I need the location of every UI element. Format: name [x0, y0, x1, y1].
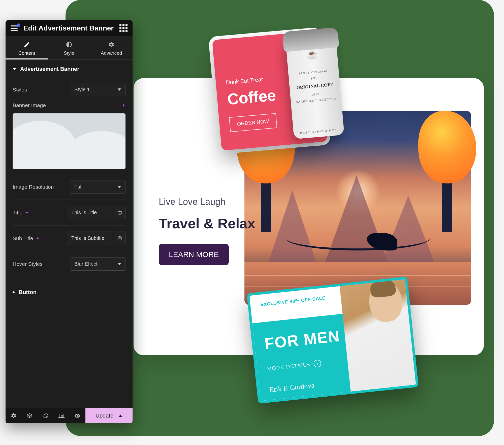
- cup-tagline2: CAREFULLY SELECTED: [296, 97, 336, 104]
- styles-value: Style 1: [74, 87, 90, 92]
- gear-icon: [108, 41, 115, 48]
- title-label: Title ✦: [13, 210, 29, 216]
- tab-advanced-label: Advanced: [101, 50, 122, 56]
- cup-footer: BEST SERVED HOT: [294, 128, 344, 135]
- learn-more-button[interactable]: LEARN MORE: [159, 244, 229, 265]
- contrast-icon: [66, 41, 72, 48]
- cup-est: EST: [310, 76, 318, 80]
- hover-styles-value: Blur Effect: [74, 261, 98, 267]
- styles-select[interactable]: Style 1: [70, 83, 125, 96]
- section-button[interactable]: Button: [6, 283, 133, 302]
- hover-styles-select[interactable]: Blur Effect: [70, 257, 125, 271]
- styles-label: Styles: [13, 87, 27, 93]
- chevron-down-icon: [13, 68, 17, 70]
- travel-banner-text: Live Love Laugh Travel & Relax LEARN MOR…: [159, 197, 255, 265]
- responsive-icon[interactable]: [53, 408, 69, 423]
- pencil-icon: [23, 41, 30, 48]
- banner-image-label: Banner Image: [13, 102, 46, 108]
- settings-icon[interactable]: [6, 408, 21, 423]
- notification-dot: [17, 23, 20, 27]
- section-button-label: Button: [19, 289, 37, 296]
- model-photo: [339, 277, 419, 402]
- banner-image-uploader[interactable]: [13, 113, 125, 169]
- tab-advanced[interactable]: Advanced: [90, 36, 133, 59]
- svg-point-0: [118, 210, 121, 212]
- for-men-banner-card: EXCLUSIVE 40% OFF SALE FOR MEN MORE DETA…: [247, 277, 419, 404]
- cup-tagline: TASTY ORIGINAL: [299, 69, 329, 75]
- navigator-icon[interactable]: [21, 408, 37, 423]
- signature-text: Erik F. Cordova: [269, 381, 315, 394]
- dynamic-tags-icon[interactable]: ✦: [122, 103, 125, 108]
- subtitle-label: Sub Title ✦: [13, 235, 40, 241]
- cup-year: 1918: [311, 92, 320, 96]
- chevron-down-icon: [118, 186, 121, 188]
- tab-content-label: Content: [18, 50, 35, 56]
- more-details-label: MORE DETAILS: [267, 361, 310, 372]
- tab-style[interactable]: Style: [48, 36, 90, 59]
- order-now-button[interactable]: ORDER NOW: [229, 113, 277, 132]
- cup-brand: ORIGINAL COFF: [289, 79, 340, 93]
- update-label: Update: [96, 412, 113, 419]
- dynamic-database-icon[interactable]: [114, 232, 125, 245]
- preview-icon[interactable]: [70, 408, 85, 423]
- section-advertisement-banner[interactable]: Advertisement Banner: [6, 59, 133, 78]
- image-resolution-select[interactable]: Full: [70, 180, 125, 194]
- chevron-up-icon: [118, 415, 122, 417]
- chevron-right-icon: [13, 291, 15, 294]
- menu-icon[interactable]: [11, 25, 18, 31]
- apps-grid-icon[interactable]: [119, 24, 128, 32]
- svg-point-1: [118, 236, 121, 237]
- coffee-cup-illustration: ☕ TASTY ORIGINAL — EST — ORIGINAL COFF 1…: [285, 34, 344, 139]
- image-resolution-label: Image Resolution: [13, 184, 54, 190]
- panel-title: Edit Advertisement Banner: [23, 24, 114, 32]
- subtitle-input[interactable]: This Is Subtitle: [67, 232, 112, 245]
- arrow-right-icon: ›: [313, 359, 322, 368]
- image-resolution-value: Full: [74, 184, 82, 190]
- dynamic-database-icon[interactable]: [114, 206, 125, 219]
- dynamic-tags-icon[interactable]: ✦: [36, 236, 40, 241]
- travel-subtitle: Live Love Laugh: [159, 197, 255, 207]
- tab-style-label: Style: [64, 50, 74, 56]
- hover-styles-label: Hover Styles: [13, 261, 43, 267]
- title-input[interactable]: This Is Title: [67, 206, 112, 219]
- dynamic-tags-icon[interactable]: ✦: [25, 210, 29, 215]
- tree-right-illustration: [418, 111, 476, 232]
- chevron-down-icon: [118, 88, 121, 91]
- tab-content[interactable]: Content: [6, 36, 48, 59]
- travel-title: Travel & Relax: [159, 215, 255, 232]
- section-banner-label: Advertisement Banner: [20, 66, 79, 72]
- more-details-button[interactable]: MORE DETAILS ›: [267, 359, 322, 372]
- coffee-banner-card: Drink Eat Treat Coffee ORDER NOW ☕ TASTY…: [212, 31, 327, 151]
- history-icon[interactable]: [38, 408, 53, 423]
- editor-tabs: Content Style Advanced: [6, 36, 133, 59]
- editor-panel: Edit Advertisement Banner Content Style …: [6, 20, 133, 423]
- update-button[interactable]: Update: [85, 408, 133, 423]
- chevron-down-icon: [118, 263, 121, 265]
